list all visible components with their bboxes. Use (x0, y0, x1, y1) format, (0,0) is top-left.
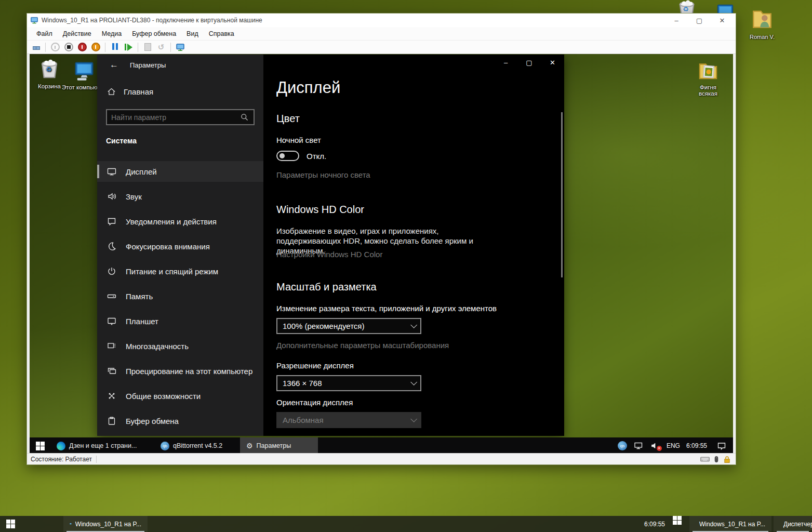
back-button[interactable]: ← (105, 58, 123, 72)
night-light-label: Ночной свет (276, 136, 321, 144)
action-center-icon[interactable] (716, 441, 727, 451)
keyboard-capture-icon[interactable] (700, 454, 710, 464)
mouse-capture-icon[interactable] (712, 455, 721, 463)
sidebar-item-power[interactable]: Питание и спящий режим (97, 261, 263, 282)
settings-main-pane: – ▢ ✕ Дисплей Цвет Ночной свет Откл. Пар… (263, 55, 564, 436)
chevron-down-icon (410, 379, 417, 385)
vm-status-text: Состояние: Работает (31, 456, 92, 463)
page-title: Дисплей (276, 78, 340, 97)
display-icon (107, 166, 117, 177)
host-icon-roman-v-label: Roman V. (750, 34, 775, 40)
menu-media[interactable]: Медиа (97, 30, 127, 37)
vm-taskbar-edge-button[interactable]: Дзен и еще 1 страни... (50, 437, 154, 454)
search-input[interactable] (107, 113, 239, 122)
sidebar-item-tablet[interactable]: Планшет (97, 311, 263, 331)
start-vm-icon[interactable] (49, 42, 61, 53)
host-clock[interactable]: 6:09:55 (644, 516, 665, 532)
host-icon-roman-v[interactable]: Roman V. (744, 6, 780, 40)
sidebar-item-multitasking[interactable]: Многозадачность (97, 336, 263, 356)
sidebar-item-projecting[interactable]: Проецирование на этот компьютер (97, 361, 263, 381)
sidebar-item-display[interactable]: Дисплей (97, 161, 263, 182)
night-light-toggle[interactable] (276, 151, 299, 161)
vm-clock[interactable]: 6:09:55 (686, 442, 707, 449)
vm-taskbar-qbittorrent-button[interactable]: qb qBittorrent v4.5.2 (154, 437, 240, 454)
resume-icon[interactable] (123, 42, 134, 53)
vm-icon-fignya-label: Фигня всякая (693, 84, 724, 97)
revert-icon[interactable]: ↺ (155, 42, 167, 53)
turn-off-icon[interactable] (63, 42, 74, 53)
settings-minimize-button[interactable]: – (494, 55, 517, 70)
checkpoint-icon[interactable] (142, 42, 153, 53)
host-taskbar-vm-button[interactable]: Windows_10_R1 на P... (63, 516, 148, 532)
vm-window-titlebar[interactable]: Windows_10_R1 на PROLIANT-DL380 - подклю… (27, 14, 736, 27)
volume-muted-icon[interactable]: ✕ (650, 441, 660, 450)
sidebar-item-shared[interactable]: Общие возможности (97, 385, 263, 406)
vm-icon-fignya[interactable]: Фигня всякая (686, 58, 730, 97)
vm-connect-window: Windows_10_R1 на PROLIANT-DL380 - подклю… (26, 13, 736, 465)
recycle-symbol-icon: ♻ (683, 5, 689, 13)
save-state-icon[interactable] (90, 42, 101, 53)
scale-heading: Масштаб и разметка (276, 281, 377, 293)
menu-help[interactable]: Справка (204, 30, 239, 37)
scale-dropdown[interactable]: 100% (рекомендуется) (276, 318, 421, 334)
night-light-settings-link[interactable]: Параметры ночного света (276, 170, 370, 179)
vm-close-button[interactable]: ✕ (711, 14, 734, 27)
ctrl-alt-del-icon[interactable] (30, 42, 42, 53)
menu-file[interactable]: Файл (31, 30, 58, 37)
pause-icon[interactable] (109, 42, 121, 53)
vm-maximize-button[interactable]: ▢ (688, 14, 711, 27)
advanced-scaling-link[interactable]: Дополнительные параметры масштабирования (276, 341, 449, 350)
sidebar-item-focus[interactable]: Фокусировка внимания (97, 236, 263, 257)
search-icon[interactable] (239, 112, 249, 122)
host-start-button-2[interactable] (667, 516, 687, 525)
moon-icon (107, 241, 117, 251)
settings-app-title: Параметры (130, 61, 166, 69)
sound-icon (107, 191, 117, 202)
sidebar-item-sound[interactable]: Звук (97, 186, 263, 207)
hdr-settings-link[interactable]: Настройки Windows HD Color (276, 250, 382, 259)
sidebar-item-home[interactable]: Главная (107, 87, 153, 97)
enhanced-session-icon[interactable] (175, 42, 186, 53)
home-icon (107, 87, 116, 97)
vm-minimize-button[interactable]: – (665, 14, 688, 27)
sidebar-item-storage[interactable]: Память (97, 286, 263, 307)
storage-icon (107, 291, 117, 301)
lock-icon[interactable] (723, 455, 731, 464)
sidebar-item-clipboard[interactable]: Буфер обмена (97, 410, 263, 431)
qbittorrent-icon: qb (161, 442, 169, 450)
vm-guest-desktop: ♻ Корзина Этот компьютер Фигня всякая ← … (30, 54, 733, 454)
color-heading: Цвет (276, 113, 300, 125)
qbittorrent-tray-icon[interactable]: qb (618, 441, 627, 450)
host-taskbar-taskmgr-button[interactable]: Диспетчер (774, 516, 812, 532)
host-start-button[interactable] (0, 516, 21, 532)
settings-maximize-button[interactable]: ▢ (517, 55, 541, 70)
orientation-label: Ориентация дисплея (276, 398, 353, 407)
menu-clipboard[interactable]: Буфер обмена (127, 30, 181, 37)
network-icon[interactable] (633, 441, 644, 451)
host-taskbar-vm-button-2[interactable]: Windows_10_R1 на P... (689, 516, 771, 532)
menu-view[interactable]: Вид (181, 30, 204, 37)
vm-start-button[interactable] (30, 437, 50, 454)
scrollbar-thumb[interactable] (561, 112, 563, 277)
host-taskbar: Windows_10_R1 на P... 6:09:55 Windows_10… (0, 516, 812, 532)
clipboard-icon (107, 416, 117, 426)
resolution-dropdown[interactable]: 1366 × 768 (276, 375, 421, 391)
edge-icon (57, 442, 65, 450)
host-desktop: ♻ p Roman V. Windows_10_R1 на PROLIANT-D… (0, 0, 812, 532)
resolution-label: Разрешение дисплея (276, 361, 354, 370)
chevron-down-icon (410, 416, 417, 422)
vm-taskbar-settings-button[interactable]: ⚙ Параметры (240, 437, 318, 454)
recycle-symbol-icon: ♻ (46, 65, 52, 73)
settings-close-button[interactable]: ✕ (541, 55, 564, 70)
vm-window-title: Windows_10_R1 на PROLIANT-DL380 - подклю… (42, 17, 262, 24)
chevron-down-icon (410, 322, 417, 328)
language-indicator[interactable]: ENG (667, 442, 680, 449)
settings-window: ← Параметры Главная Система Дисплей (97, 55, 564, 436)
orientation-dropdown: Альбомная (276, 412, 421, 428)
vm-window-icon (30, 16, 38, 24)
menu-action[interactable]: Действие (58, 30, 97, 37)
settings-search-box[interactable] (106, 109, 255, 125)
sidebar-item-notifications[interactable]: Уведомления и действия (97, 211, 263, 232)
projecting-icon (107, 366, 117, 376)
shut-down-icon[interactable] (76, 42, 88, 53)
